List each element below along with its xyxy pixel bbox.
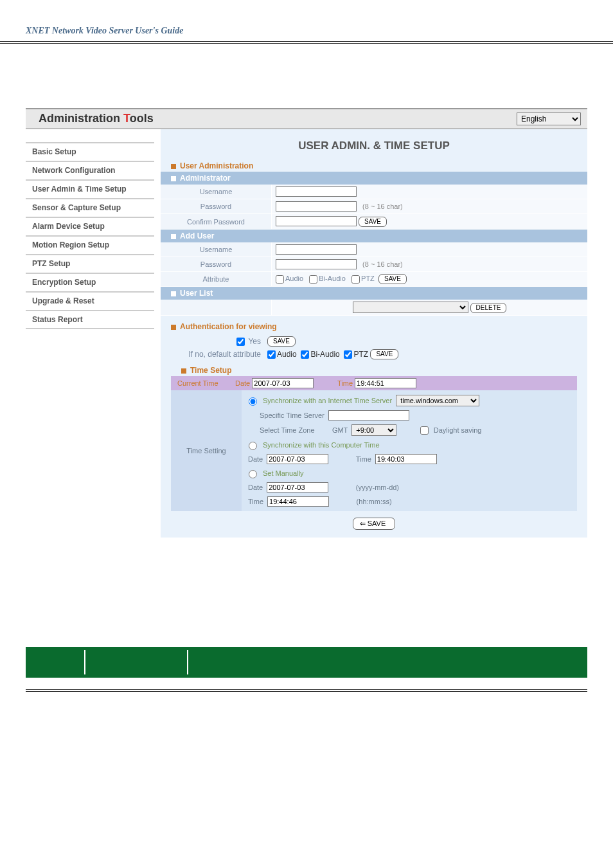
section-user-administration: User Administration xyxy=(161,160,587,172)
header-title-accent: T xyxy=(123,112,130,125)
admin-username-input[interactable] xyxy=(276,186,357,197)
daylight-checkbox[interactable] xyxy=(420,426,429,435)
save-button[interactable]: ⇐ SAVE xyxy=(353,518,396,530)
man-time-label: Time xyxy=(248,498,263,505)
user-delete-button[interactable]: DELETE xyxy=(470,303,507,313)
internet-server-select[interactable]: time.windows.com xyxy=(396,395,479,406)
adduser-username-input[interactable] xyxy=(276,244,357,255)
set-manually-label: Set Manually xyxy=(263,469,304,477)
admin-password-label: Password xyxy=(161,199,272,214)
current-date-label: Date xyxy=(235,379,250,387)
tz-label: Select Time Zone xyxy=(260,426,315,434)
subsection-administrator: Administrator xyxy=(161,172,587,185)
current-time-label: Current Time xyxy=(177,379,235,387)
sidebar-item-network-configuration[interactable]: Network Configuration xyxy=(26,161,154,179)
sidebar-item-motion-region[interactable]: Motion Region Setup xyxy=(26,235,154,254)
adduser-save-button[interactable]: SAVE xyxy=(378,274,407,284)
admin-tools-frame: Administration Tools English Basic Setup… xyxy=(26,108,587,538)
header-title-pre: Administration xyxy=(39,112,123,125)
header-title: Administration Tools xyxy=(39,112,517,125)
admin-password-hint: (8 ~ 16 char) xyxy=(362,203,403,210)
daylight-label: Daylight saving xyxy=(434,426,482,434)
admin-username-label: Username xyxy=(161,185,272,199)
adduser-password-label: Password xyxy=(161,257,272,272)
current-time-row: Current Time Date Time xyxy=(171,376,577,390)
man-date-label: Date xyxy=(248,484,263,491)
adduser-attribute-label: Attribute xyxy=(161,272,272,287)
time-setting-label: Time Setting xyxy=(171,390,242,511)
auth-audio-label: Audio xyxy=(277,350,297,359)
tz-gmt-label: GMT xyxy=(332,426,348,434)
adduser-ptz-checkbox[interactable] xyxy=(351,275,360,284)
current-time-input[interactable] xyxy=(355,378,416,388)
auth-ptz-checkbox[interactable] xyxy=(344,350,352,359)
content-panel: USER ADMIN. & TIME SETUP User Administra… xyxy=(161,129,587,538)
sidebar-item-upgrade-reset[interactable]: Upgrade & Reset xyxy=(26,291,154,310)
sidebar: Basic Setup Network Configuration User A… xyxy=(26,129,154,329)
comp-time-input[interactable] xyxy=(375,454,437,464)
current-date-input[interactable] xyxy=(252,378,314,388)
auth-default-label: If no, default attribute xyxy=(171,350,261,359)
auth-biaudio-label: Bi-Audio xyxy=(310,350,339,359)
subsection-user-list: User List xyxy=(161,287,587,300)
auth-save-button[interactable]: SAVE xyxy=(267,336,296,347)
subsection-add-user: Add User xyxy=(161,230,587,242)
footer-bar xyxy=(26,647,587,678)
admin-confirm-label: Confirm Password xyxy=(161,214,272,230)
man-date-input[interactable] xyxy=(267,482,328,493)
admin-confirm-input[interactable] xyxy=(276,216,357,226)
sidebar-item-alarm-device[interactable]: Alarm Device Setup xyxy=(26,217,154,235)
adduser-biaudio-checkbox[interactable] xyxy=(309,275,317,284)
man-time-input[interactable] xyxy=(267,496,329,507)
sync-computer-label: Synchronize with this Computer Time xyxy=(263,441,380,449)
auth-biaudio-checkbox[interactable] xyxy=(301,350,309,359)
admin-save-button[interactable]: SAVE xyxy=(359,217,387,227)
sidebar-item-encryption-setup[interactable]: Encryption Setup xyxy=(26,273,154,291)
auth-audio-checkbox[interactable] xyxy=(267,350,276,359)
sidebar-item-user-admin-time[interactable]: User Admin & Time Setup xyxy=(26,179,154,198)
bottom-rule xyxy=(26,689,587,692)
sync-computer-radio[interactable] xyxy=(249,442,257,450)
current-time-time-label: Time xyxy=(337,379,353,387)
comp-time-label: Time xyxy=(356,455,371,463)
language-select[interactable]: English xyxy=(517,113,581,125)
guide-title: XNET Network Video Server User's Guide xyxy=(0,26,613,44)
sidebar-item-sensor-capture[interactable]: Sensor & Capture Setup xyxy=(26,198,154,217)
auth-yes-checkbox[interactable] xyxy=(236,338,245,346)
man-date-hint: (yyyy-mm-dd) xyxy=(356,484,399,491)
user-list-select[interactable] xyxy=(353,302,468,313)
comp-date-label: Date xyxy=(248,455,263,463)
man-time-hint: (hh:mm:ss) xyxy=(357,498,392,505)
adduser-username-label: Username xyxy=(161,242,272,257)
save-button-label: SAVE xyxy=(368,520,386,527)
section-time-setup: Time Setup xyxy=(171,365,587,376)
admin-password-input[interactable] xyxy=(276,201,357,212)
adduser-ptz-label: PTZ xyxy=(361,275,375,282)
adduser-password-input[interactable] xyxy=(276,259,357,269)
adduser-audio-label: Audio xyxy=(285,275,303,282)
section-authentication: Authentication for viewing xyxy=(161,321,587,332)
sidebar-item-basic-setup[interactable]: Basic Setup xyxy=(26,142,154,161)
page-title: USER ADMIN. & TIME SETUP xyxy=(161,136,587,160)
auth-default-save-button[interactable]: SAVE xyxy=(370,349,398,359)
sidebar-item-ptz-setup[interactable]: PTZ Setup xyxy=(26,254,154,273)
adduser-audio-checkbox[interactable] xyxy=(276,275,284,284)
comp-date-input[interactable] xyxy=(267,454,328,464)
adduser-biaudio-label: Bi-Audio xyxy=(319,275,346,282)
adduser-password-hint: (8 ~ 16 char) xyxy=(362,260,403,268)
sidebar-item-status-report[interactable]: Status Report xyxy=(26,310,154,329)
sync-internet-radio[interactable] xyxy=(249,397,257,406)
set-manually-radio[interactable] xyxy=(249,470,257,478)
specific-server-label: Specific Time Server xyxy=(260,411,324,419)
specific-server-input[interactable] xyxy=(328,410,409,420)
auth-ptz-label: PTZ xyxy=(353,350,368,359)
header-bar: Administration Tools English xyxy=(26,109,587,129)
auth-yes-label: Yes xyxy=(248,337,261,346)
sync-internet-label: Synchronize with an Internet Time Server xyxy=(263,397,392,404)
header-title-post: ools xyxy=(130,112,154,125)
tz-select[interactable]: +9:00 xyxy=(351,424,396,436)
